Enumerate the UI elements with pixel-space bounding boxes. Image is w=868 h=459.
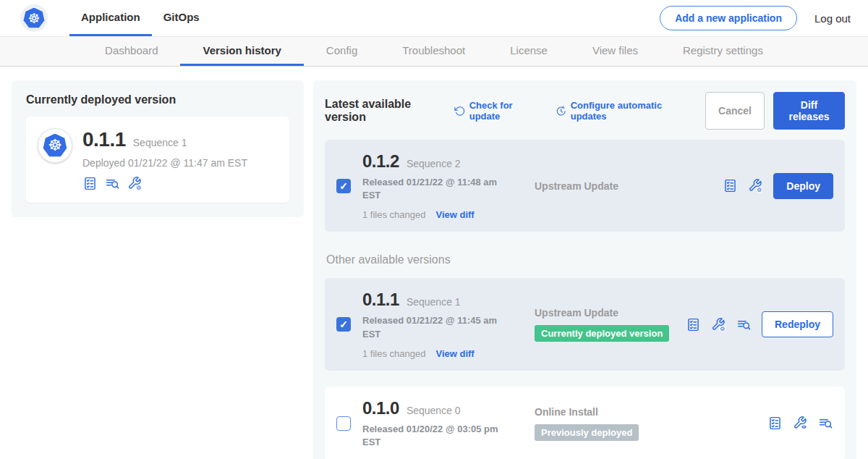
- deployed-sequence-label: Sequence 1: [133, 137, 187, 148]
- svg-text:⚙: ⚙: [136, 184, 141, 191]
- nav-item-application[interactable]: Application: [69, 0, 152, 36]
- tab-license[interactable]: License: [488, 37, 570, 66]
- view-diff-link[interactable]: View diff: [435, 348, 474, 359]
- version-row-0-1-2: ✓ 0.1.2 Sequence 2 Released 01/21/22 @ 1…: [325, 140, 845, 232]
- lines-magnifier-icon[interactable]: [105, 176, 120, 191]
- version-info: 0.1.2 Sequence 2 Released 01/21/22 @ 11:…: [362, 151, 523, 220]
- app-subnav: Dashboard Version history Config Trouble…: [0, 36, 868, 67]
- deployed-version-info: 0.1.1 Sequence 1 Deployed 01/21/22 @ 11:…: [82, 128, 247, 191]
- app-logo: ☸: [20, 4, 48, 32]
- wrench-eye-icon[interactable]: [793, 416, 808, 431]
- logout-link[interactable]: Log out: [814, 12, 851, 25]
- nav-item-gitops[interactable]: GitOps: [152, 0, 211, 36]
- version-info: 0.1.1 Sequence 1 Released 01/21/22 @ 11:…: [362, 290, 523, 358]
- view-diff-link[interactable]: View diff: [435, 209, 474, 220]
- version-type-label: Online Install: [535, 406, 598, 418]
- header-buttons: Cancel Diff releases: [705, 92, 845, 130]
- deployed-actions: ⚙ ⚙: [82, 176, 247, 191]
- version-actions: ⚙ ⚙ Deploy: [723, 173, 833, 199]
- deployed-version-number: 0.1.1: [82, 128, 126, 151]
- diff-releases-button[interactable]: Diff releases: [773, 92, 845, 130]
- version-source: Online Install Previously deployed: [535, 406, 756, 441]
- version-checkbox[interactable]: ✓: [336, 317, 351, 332]
- version-type-label: Upstream Update: [535, 307, 618, 319]
- checklist-icon[interactable]: [767, 416, 783, 431]
- previously-deployed-badge: Previously deployed: [535, 424, 639, 441]
- available-panel-header: Latest available version Check for updat…: [325, 92, 845, 130]
- tab-version-history[interactable]: Version history: [180, 37, 303, 66]
- add-new-application-button[interactable]: Add a new application: [660, 6, 797, 30]
- version-source: Upstream Update: [535, 180, 711, 192]
- sequence-label: Sequence 0: [407, 405, 461, 416]
- version-info: 0.1.0 Sequence 0 Released 01/20/22 @ 03:…: [362, 398, 523, 449]
- wrench-gear-icon[interactable]: ⚙ ⚙: [748, 178, 763, 193]
- version-number: 0.1.2: [362, 151, 399, 172]
- tab-registry-settings[interactable]: Registry settings: [660, 37, 786, 66]
- currently-deployed-badge: Currently deployed version: [535, 325, 669, 342]
- deployed-version-card: ☸ 0.1.1 Sequence 1 Deployed 01/21/22 @ 1…: [26, 117, 289, 203]
- check-for-update-link[interactable]: Check for update: [454, 100, 538, 122]
- svg-text:⚙: ⚙: [720, 324, 725, 332]
- version-source: Upstream Update Currently deployed versi…: [535, 307, 674, 342]
- version-row-0-1-0: 0.1.0 Sequence 0 Released 01/20/22 @ 03:…: [325, 387, 845, 459]
- main-nav: Application GitOps: [69, 0, 211, 36]
- kubernetes-app-icon: ☸: [43, 134, 67, 158]
- sequence-label: Sequence 1: [407, 296, 461, 308]
- version-checkbox[interactable]: ✓: [336, 179, 351, 193]
- configure-automatic-updates-link[interactable]: Configure automatic updates: [556, 100, 688, 122]
- version-actions: [767, 416, 833, 431]
- wrench-gear-icon[interactable]: ⚙ ⚙: [127, 176, 142, 191]
- other-versions-heading: Other available versions: [326, 253, 845, 266]
- kubernetes-logo-icon: ☸: [23, 8, 45, 29]
- tab-config[interactable]: Config: [304, 37, 380, 66]
- available-panel-title: Latest available version: [325, 98, 443, 124]
- clock-refresh-icon: [556, 105, 566, 117]
- version-number: 0.1.0: [362, 398, 399, 418]
- refresh-icon: [454, 105, 465, 117]
- app-icon-badge: ☸: [38, 128, 72, 163]
- lines-magnifier-icon[interactable]: [736, 317, 752, 332]
- files-changed-label: 1 files changed: [362, 209, 425, 220]
- svg-text:⚙: ⚙: [757, 186, 762, 193]
- top-header: ☸ Application GitOps Add a new applicati…: [0, 0, 868, 36]
- lines-magnifier-icon[interactable]: [818, 416, 833, 431]
- tab-view-files[interactable]: View files: [570, 37, 660, 66]
- released-timestamp: Released 01/21/22 @ 11:48 am EST: [362, 176, 504, 202]
- sequence-label: Sequence 2: [407, 158, 461, 169]
- wrench-gear-icon[interactable]: ⚙ ⚙: [711, 317, 726, 332]
- checklist-icon[interactable]: [686, 317, 701, 332]
- checklist-icon[interactable]: [723, 178, 738, 193]
- version-checkbox[interactable]: [336, 416, 351, 431]
- deployed-timestamp: Deployed 01/21/22 @ 11:47 am EST: [82, 157, 247, 169]
- version-number: 0.1.1: [362, 290, 399, 310]
- header-right: Add a new application Log out: [660, 0, 851, 36]
- deploy-button[interactable]: Deploy: [773, 173, 833, 199]
- released-timestamp: Released 01/20/22 @ 03:05 pm EST: [362, 423, 504, 449]
- cancel-button[interactable]: Cancel: [705, 92, 765, 130]
- main-content: Currently deployed version ☸ 0.1.1 Seque…: [0, 67, 868, 459]
- available-versions-panel: Latest available version Check for updat…: [313, 80, 856, 459]
- version-actions: ⚙ ⚙ Redeploy: [686, 311, 833, 337]
- tab-troubleshoot[interactable]: Troubleshoot: [380, 37, 488, 66]
- redeploy-button[interactable]: Redeploy: [762, 311, 833, 337]
- tab-dashboard[interactable]: Dashboard: [82, 37, 180, 66]
- released-timestamp: Released 01/21/22 @ 11:45 am EST: [362, 314, 504, 340]
- version-type-label: Upstream Update: [535, 180, 618, 192]
- version-row-0-1-1: ✓ 0.1.1 Sequence 1 Released 01/21/22 @ 1…: [325, 278, 845, 370]
- currently-deployed-panel: Currently deployed version ☸ 0.1.1 Seque…: [12, 80, 304, 217]
- deployed-panel-title: Currently deployed version: [26, 93, 289, 106]
- files-changed-label: 1 files changed: [362, 348, 425, 359]
- checklist-icon[interactable]: [82, 176, 98, 191]
